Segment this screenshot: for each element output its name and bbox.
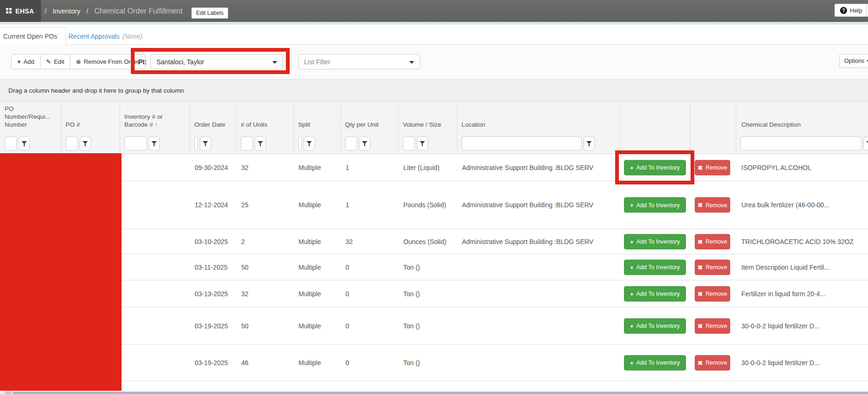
add-to-inventory-button[interactable]: +Add To Inventory: [624, 234, 686, 249]
remove-label: Remove: [705, 264, 727, 271]
filter-input-chemical[interactable]: [740, 136, 861, 150]
cell-volume-size: Liter (Liquid): [398, 154, 440, 181]
group-drop-area[interactable]: Drag a column header and drop it here to…: [0, 80, 868, 102]
scrollbar-thumb[interactable]: [13, 392, 868, 394]
filter-button-location[interactable]: [583, 136, 595, 150]
list-filter-dropdown[interactable]: List Filter: [298, 54, 420, 69]
column-header-split[interactable]: Split: [293, 121, 338, 133]
cell-qty-per-unit: 0: [340, 254, 349, 280]
column-header-order-date[interactable]: Order Date: [190, 121, 234, 133]
column-header-po-number[interactable]: PO Number/Requi... Number: [0, 105, 58, 133]
add-to-inventory-button[interactable]: +Add To Inventory: [624, 355, 686, 370]
filter-input-volume[interactable]: [403, 136, 415, 150]
filter-input-inventory[interactable]: [124, 136, 147, 150]
column-header-qty-per-unit[interactable]: Qty per Unit: [340, 121, 396, 133]
remove-label: Remove: [705, 360, 727, 366]
column-header-units[interactable]: # of Units: [236, 121, 291, 133]
cell-units: 2: [236, 229, 245, 254]
filter-input-po-number[interactable]: [5, 136, 17, 150]
horizontal-scrollbar[interactable]: [0, 391, 868, 394]
add-to-inventory-label: Add To Inventory: [637, 264, 680, 271]
filter-input-units[interactable]: [241, 136, 253, 150]
cell-chemical-description: 30-0-0-2 liquid fertilizer D...: [736, 307, 820, 344]
cell-order-date: 03-19-2025: [190, 345, 228, 380]
remove-button[interactable]: ✖Remove: [695, 259, 730, 275]
cell-volume-size: Ton (): [398, 254, 420, 280]
filter-button-qty[interactable]: [359, 136, 370, 150]
cutoff-navbar-button[interactable]: [866, 4, 868, 17]
cell-location: [457, 307, 462, 344]
column-header-inventory-barcode[interactable]: Inventory # or Barcode # ↑: [120, 113, 181, 133]
x-icon: ✖: [698, 202, 703, 209]
edit-label: Edit: [54, 58, 64, 65]
filter-input-order-date[interactable]: [194, 136, 198, 150]
plus-icon: +: [630, 322, 634, 329]
filter-input-qty[interactable]: [345, 136, 357, 150]
x-icon: ✖: [698, 164, 703, 171]
filter-input-split[interactable]: [298, 136, 302, 150]
remove-button[interactable]: ✖Remove: [695, 160, 730, 175]
tab-recent-approvals[interactable]: Recent Approvals (None): [68, 27, 142, 45]
filter-button-po[interactable]: [80, 136, 91, 150]
cell-split: Multiple: [293, 154, 321, 181]
column-header-chemical-description[interactable]: Chemical Description: [736, 121, 861, 133]
toolbar: + Add ✎ Edit ⊗ Remove From Order PI: San…: [0, 45, 868, 80]
filter-button-chemical[interactable]: [863, 136, 868, 150]
table-row: 03-19-2025 46 Multiple 0 Ton () +Add To …: [0, 345, 868, 381]
cell-volume-size: Ton (): [398, 280, 420, 307]
column-header-volume-size[interactable]: Volume / Size: [398, 121, 454, 133]
filter-funnel-icon: [258, 141, 263, 146]
add-to-inventory-button[interactable]: +Add To Inventory: [624, 259, 686, 275]
remove-button[interactable]: ✖Remove: [695, 318, 730, 333]
add-to-inventory-label: Add To Inventory: [637, 238, 680, 245]
app-name: EHSA: [15, 7, 34, 15]
table-row: 03-10-2025 2 Multiple 32 Ounces (Solid) …: [0, 229, 868, 254]
breadcrumb-inventory[interactable]: Inventory: [53, 7, 81, 15]
filter-button-units[interactable]: [255, 136, 266, 150]
tab-current-open-pos[interactable]: Current Open POs: [0, 27, 66, 45]
help-icon: ?: [840, 7, 847, 14]
edit-labels-button[interactable]: Edit Labels: [191, 7, 228, 19]
filter-funnel-icon: [203, 141, 208, 146]
plus-icon: +: [17, 58, 21, 65]
x-icon: ✖: [698, 238, 703, 245]
app-brand[interactable]: EHSA: [0, 0, 41, 22]
add-to-inventory-button[interactable]: +Add To Inventory: [624, 197, 686, 213]
column-header-location[interactable]: Location: [457, 121, 550, 133]
filter-button-order-date[interactable]: [200, 136, 211, 150]
cell-chemical-description: Urea bulk fertilizer (46-00-00...: [736, 181, 829, 229]
options-button[interactable]: Options: [839, 54, 868, 68]
filter-funnel-icon: [21, 141, 27, 146]
filter-funnel-icon: [362, 141, 367, 146]
scrollbar-left-arrow[interactable]: [5, 391, 12, 394]
help-button[interactable]: ? Help: [834, 4, 868, 17]
add-to-inventory-button[interactable]: +Add To Inventory: [624, 318, 686, 333]
annotation-box-add-to-inventory: [615, 150, 694, 184]
filter-button-inventory[interactable]: [149, 136, 160, 150]
remove-button[interactable]: ✖Remove: [695, 286, 730, 301]
sort-ascending-icon: ↑: [155, 121, 158, 128]
remove-button[interactable]: ✖Remove: [695, 197, 730, 213]
filter-button-po-number[interactable]: [19, 136, 30, 150]
remove-button[interactable]: ✖Remove: [695, 355, 730, 370]
cell-split: Multiple: [293, 280, 321, 307]
cell-chemical-description: ISOPROPYL ALCOHOL: [736, 154, 811, 181]
filter-input-po[interactable]: [66, 136, 78, 150]
help-label: Help: [850, 7, 862, 14]
table-row: 12-12-2024 25 Multiple 1 Pounds (Solid) …: [0, 181, 868, 229]
edit-button[interactable]: ✎ Edit: [41, 54, 70, 69]
remove-button[interactable]: ✖Remove: [695, 234, 730, 249]
grid-header-row: PO Number/Requi... Number PO # Inventory…: [0, 102, 868, 133]
add-to-inventory-button[interactable]: +Add To Inventory: [624, 286, 686, 301]
filter-button-volume[interactable]: [417, 136, 428, 150]
filter-input-location[interactable]: [461, 136, 582, 150]
add-button[interactable]: + Add: [11, 54, 41, 69]
cell-units: 50: [236, 254, 249, 280]
cell-qty-per-unit: 1: [340, 181, 349, 229]
cell-location: Administrative Support Building :BLDG SE…: [457, 154, 593, 181]
add-to-inventory-label: Add To Inventory: [637, 323, 680, 329]
column-header-po[interactable]: PO #: [61, 121, 117, 133]
tab-bar: Current Open POs Recent Approvals (None): [0, 25, 868, 45]
cell-split: Multiple: [293, 229, 321, 254]
filter-button-split[interactable]: [304, 136, 315, 150]
